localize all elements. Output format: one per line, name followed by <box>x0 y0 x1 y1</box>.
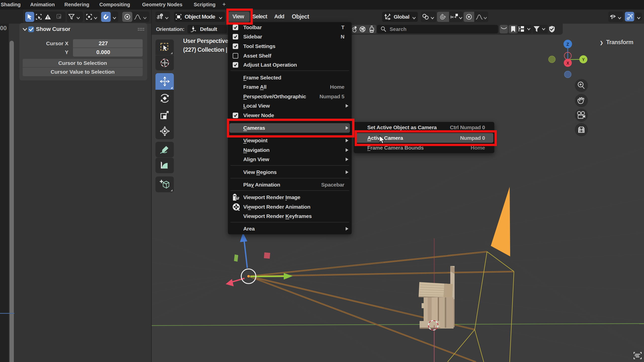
svg-text:Z: Z <box>567 42 569 47</box>
svg-text:Y: Y <box>582 58 585 62</box>
svg-text:X: X <box>567 61 569 65</box>
